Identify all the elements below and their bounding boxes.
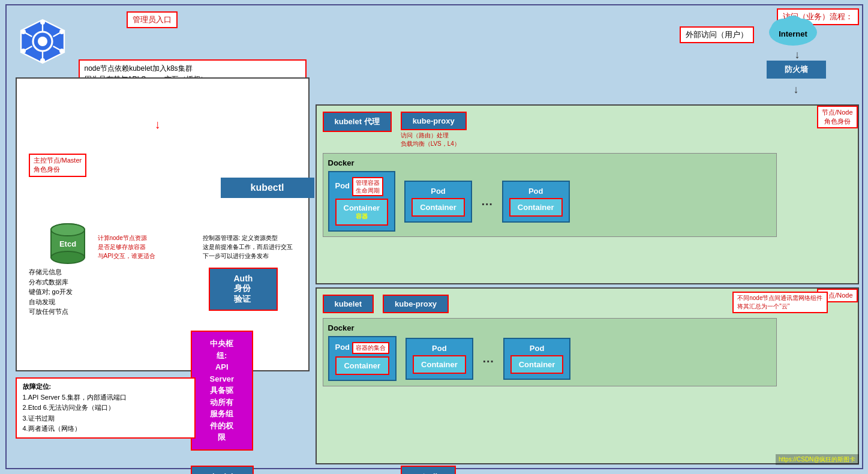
svg-point-13 — [21, 49, 26, 53]
node2-note-line1: 不同node节点间通讯需网络组件 — [737, 294, 822, 302]
node1-container2: Container — [412, 198, 465, 217]
fault-line2: 2.Etcd 6.无法访问业务（端口） — [23, 403, 188, 413]
scheduler-desc1: 计算node节点资源 — [98, 233, 188, 242]
node2-pod2-label: Pod — [413, 344, 466, 353]
api-server-box: 中央枢纽: API Server 具备驱动所有服务组件的权限 — [191, 331, 253, 451]
node2-note-line2: 将其汇总为一个"云" — [737, 302, 822, 311]
external-access-label: 外部访问（用户） — [686, 30, 748, 39]
node2-kube-proxy-label: kube-proxy — [395, 299, 437, 308]
node1-container2-label: Container — [420, 203, 456, 212]
scheduler-desc3: 与API交互，谁更适合 — [98, 251, 188, 260]
admin-entry-box: 管理员入口 — [127, 11, 178, 28]
k8s-logo — [19, 17, 67, 65]
master-label: 主控节点/Master 角色身份 — [29, 154, 87, 177]
external-access-box: 外部访问（用户） — [680, 26, 754, 43]
node1-kubelet-label: kubelet 代理 — [335, 117, 380, 126]
node1-pod1: Pod 管理容器 生命周期 Container 容器 — [328, 171, 396, 232]
node1-container3-label: Container — [518, 203, 554, 212]
node2-kubelet-label: kubelet — [335, 299, 362, 308]
svg-point-9 — [40, 20, 45, 25]
svg-point-18 — [51, 224, 85, 236]
api-server-line2: 具备驱动所有服务组件的权限 — [210, 385, 234, 443]
node1-docker-label: Docker — [328, 158, 771, 167]
svg-point-17 — [51, 251, 85, 263]
node1-dots: … — [481, 194, 493, 208]
node2-container1: Container — [335, 356, 390, 375]
node1-container1-sublabel: 容器 — [344, 212, 380, 221]
node2-pod1: Pod 容器的集合 Container — [328, 336, 397, 381]
svg-point-8 — [38, 37, 47, 46]
fault-title: 故障定位: — [23, 382, 188, 392]
node1-container1-label: Container — [344, 203, 380, 212]
controller-desc1: 控制器管理器: 定义资源类型 — [203, 233, 305, 242]
fault-line4: 4.两者通讯（网络） — [23, 424, 188, 434]
node2-pod1-label: Pod — [335, 343, 350, 352]
node1-label: 节点/Node 角色身份 — [817, 106, 857, 128]
node1-pod3-label: Pod — [509, 187, 563, 196]
auth-box: Auth 身份验证 — [209, 268, 278, 311]
node1-pod2-label: Pod — [412, 187, 465, 196]
node1-kube-proxy-desc1: 访问（路由）处理 — [401, 131, 467, 140]
svg-text:Internet: Internet — [779, 29, 807, 38]
scheduler-desc2: 是否足够存放容器 — [98, 242, 188, 251]
etcd-label: 存储元信息 分布式数据库 键值对; go开发 自动发现 可放任何节点 — [29, 267, 107, 317]
fault-line1: 1.API Server 5.集群，内部通讯端口 — [23, 392, 188, 403]
scheduler-title: scheduler — [204, 472, 241, 474]
api-server-line1: 中央枢纽: API Server — [210, 338, 234, 385]
fault-box: 故障定位: 1.API Server 5.集群，内部通讯端口 2.Etcd 6.… — [16, 377, 196, 439]
node2-container3: Container — [510, 355, 564, 374]
main-container: 管理员入口 node节点依赖kubelet加入k8s集群 因为只有其与API S… — [5, 4, 863, 469]
node2-container2-label: Container — [421, 360, 458, 369]
master-label-line2: 角色身份 — [34, 165, 82, 174]
node2-area: 节点/Node 不同node节点间通讯需网络组件 将其汇总为一个"云" kube… — [316, 287, 859, 464]
node1-docker-area: Docker Pod 管理容器 生命周期 Container — [323, 153, 777, 237]
admin-entry-label: 管理员入口 — [133, 15, 172, 24]
node2-kubelet-box: kubelet — [323, 295, 374, 313]
etcd-area: Etcd 存储元信息 分布式数据库 键值对; go开发 自动发现 可放任何节点 — [29, 223, 107, 317]
controller-desc3: 下一步可以进行业务发布 — [203, 251, 305, 260]
watermark-text: https://CSDN@疯狂的斯图卡 — [779, 456, 856, 463]
auth-label: Auth 身份验证 — [234, 274, 253, 304]
node2-container1-label: Container — [344, 361, 380, 370]
master-label-line1: 主控节点/Master — [34, 156, 82, 165]
node2-kube-proxy-box: kube-proxy — [383, 295, 449, 313]
svg-point-14 — [59, 49, 64, 53]
firewall-box: 防火墙 — [767, 61, 826, 79]
node1-kubelet-box: kubelet 代理 — [323, 112, 392, 132]
controller-title: controller- — [409, 472, 447, 474]
svg-point-11 — [21, 29, 26, 34]
node1-pod1-sublabel1: 管理容器 — [356, 179, 380, 187]
right-panel: 访问（业务）流程： 外部访问（用户） Internet ↓ 防火墙 ↓ — [313, 5, 862, 468]
node1-pod1-label: Pod — [335, 181, 350, 190]
node2-docker-label: Docker — [328, 323, 771, 332]
node1-area: 节点/Node 角色身份 kubelet 代理 kube-proxy 访问（路由… — [316, 104, 859, 284]
node1-container3: Container — [509, 198, 563, 217]
node1-container1: Container 容器 — [335, 199, 389, 226]
node2-pods-row: Pod 容器的集合 Container Pod Conta — [328, 336, 771, 381]
node2-container3-label: Container — [519, 360, 555, 369]
node1-pod3: Pod Container — [502, 181, 570, 223]
node2-dots: … — [482, 352, 494, 365]
node1-kube-proxy-box: kube-proxy — [401, 112, 467, 130]
node1-pods-row: Pod 管理容器 生命周期 Container 容器 — [328, 171, 771, 232]
fault-line3: 3.证书过期 — [23, 413, 188, 424]
node1-label-line1: 节点/Node — [822, 108, 852, 117]
node2-pod3: Pod Container — [503, 338, 571, 380]
firewall-label: 防火墙 — [785, 65, 808, 74]
node2-note-box: 不同node节点间通讯需网络组件 将其汇总为一个"云" — [732, 292, 827, 313]
node2-pod1-sublabel: 容器的集合 — [356, 344, 386, 352]
kubectl-box: kubectl — [221, 178, 314, 198]
watermark: https://CSDN@疯狂的斯图卡 — [776, 454, 859, 465]
node2-container2: Container — [413, 355, 466, 374]
master-outer-box: 主控节点/Master 角色身份 kubectl ↓ Auth 身份验证 — [16, 77, 310, 371]
node1-kube-proxy-label: kube-proxy — [413, 116, 455, 125]
svg-point-12 — [59, 29, 64, 34]
node1-kube-proxy-desc2: 负载均衡（LVS，L4） — [401, 140, 467, 148]
node-info-line1: node节点依赖kubelet加入k8s集群 — [85, 63, 301, 74]
controller-desc2: 这是前提准备工作，而后进行交互 — [203, 242, 305, 251]
node1-pod2: Pod Container — [404, 181, 472, 223]
scheduler-box: scheduler 调度器 (调度算法) — [191, 466, 254, 474]
svg-point-10 — [40, 58, 45, 63]
node2-docker-area: Docker Pod 容器的集合 Container — [323, 318, 777, 386]
svg-text:Etcd: Etcd — [59, 239, 76, 248]
